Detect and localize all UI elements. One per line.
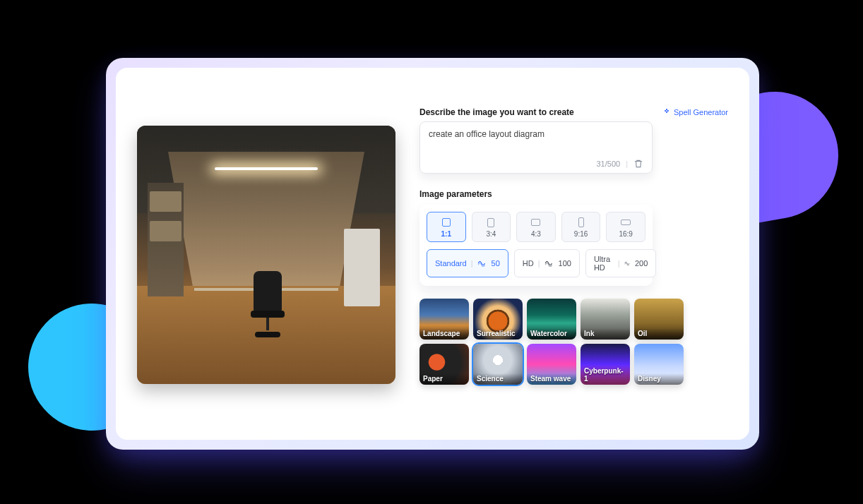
style-cyberpunk-1[interactable]: Cyberpunk-1 — [581, 344, 630, 385]
aspect-ratio-icon — [485, 217, 496, 228]
prompt-label: Describe the image you want to create — [419, 107, 574, 117]
aspect-ratio-row: 1:13:44:39:1616:9 — [427, 212, 645, 242]
quality-credits: 200 — [635, 259, 648, 268]
style-row: PaperScienceSteam waveCyberpunk-1Disney — [419, 344, 688, 385]
style-oil[interactable]: Oil — [634, 299, 684, 340]
style-grid: LandscapeSurrealisticWatercolorInkOilPap… — [419, 299, 688, 385]
quality-credits: 100 — [559, 259, 571, 268]
quality-row: Standard|50HD|100Ultra HD|200 — [427, 249, 645, 277]
preview-image — [137, 126, 395, 384]
aspect-ratio-label: 3:4 — [486, 230, 496, 238]
style-label: Science — [473, 373, 523, 385]
aspect-ratio-label: 4:3 — [531, 230, 541, 238]
aspect-ratio-4-3[interactable]: 4:3 — [516, 212, 556, 242]
app-frame: Describe the image you want to create Sp… — [106, 58, 759, 450]
aspect-ratio-3-4[interactable]: 3:4 — [472, 212, 511, 242]
aspect-ratio-icon — [441, 217, 452, 228]
style-label: Oil — [634, 328, 684, 340]
style-label: Surrealistic — [473, 328, 523, 340]
app-panel: Describe the image you want to create Sp… — [116, 68, 749, 440]
credits-icon — [477, 260, 487, 267]
prompt-input[interactable] — [429, 129, 643, 156]
quality-hd[interactable]: HD|100 — [514, 249, 580, 277]
style-label: Cyberpunk-1 — [581, 366, 630, 385]
style-label: Steam wave — [527, 373, 576, 385]
quality-standard[interactable]: Standard|50 — [427, 249, 508, 277]
parameters-card: 1:13:44:39:1616:9 Standard|50HD|100Ultra… — [419, 205, 653, 286]
style-disney[interactable]: Disney — [634, 344, 684, 385]
quality-label: Standard — [435, 259, 467, 268]
parameters-label: Image parameters — [419, 189, 728, 199]
aspect-ratio-9-16[interactable]: 9:16 — [561, 212, 601, 242]
aspect-ratio-16-9[interactable]: 16:9 — [606, 212, 645, 242]
char-counter: 31/500 — [596, 160, 620, 168]
controls-column: Describe the image you want to create Sp… — [419, 85, 728, 426]
trash-icon[interactable] — [633, 159, 643, 169]
style-steam-wave[interactable]: Steam wave — [527, 344, 576, 385]
spell-generator-link[interactable]: Spell Generator — [662, 108, 728, 116]
divider: | — [626, 160, 628, 168]
aspect-ratio-label: 9:16 — [574, 230, 588, 238]
style-surrealistic[interactable]: Surrealistic — [473, 299, 523, 340]
style-label: Ink — [581, 328, 630, 340]
style-science[interactable]: Science — [473, 344, 523, 385]
aspect-ratio-label: 1:1 — [441, 230, 451, 238]
quality-credits: 50 — [492, 259, 500, 268]
quality-label: HD — [523, 259, 534, 268]
style-landscape[interactable]: Landscape — [419, 299, 469, 340]
aspect-ratio-icon — [576, 217, 587, 228]
style-label: Watercolor — [527, 328, 576, 340]
style-label: Landscape — [419, 328, 469, 340]
style-row: LandscapeSurrealisticWatercolorInkOil — [419, 299, 688, 340]
credits-icon — [624, 260, 631, 267]
style-ink[interactable]: Ink — [581, 299, 630, 340]
quality-label: Ultra HD — [594, 255, 614, 272]
prompt-box: 31/500 | — [419, 121, 653, 174]
aspect-ratio-label: 16:9 — [619, 230, 632, 238]
style-label: Paper — [419, 373, 469, 385]
sparkle-icon — [662, 108, 671, 116]
credits-icon — [544, 260, 554, 267]
spell-generator-label: Spell Generator — [674, 108, 728, 116]
style-paper[interactable]: Paper — [419, 344, 469, 385]
quality-ultra-hd[interactable]: Ultra HD|200 — [585, 249, 656, 277]
preview-column — [137, 85, 398, 426]
aspect-ratio-icon — [620, 217, 631, 228]
aspect-ratio-1-1[interactable]: 1:1 — [427, 212, 466, 242]
aspect-ratio-icon — [530, 217, 542, 228]
style-label: Disney — [634, 373, 684, 385]
style-watercolor[interactable]: Watercolor — [527, 299, 576, 340]
